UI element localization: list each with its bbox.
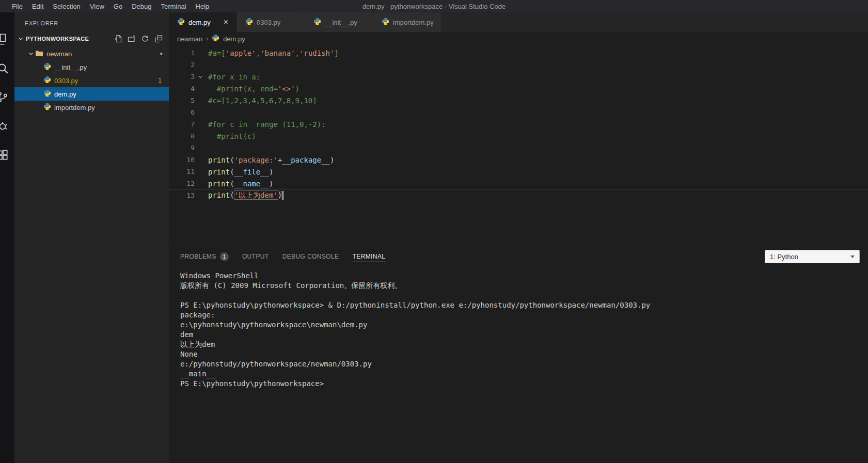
code-text: #print(c) — [206, 132, 256, 140]
tree-folder-newman[interactable]: newman● — [14, 47, 169, 60]
panel-tab-debug-console[interactable]: DEBUG CONSOLE — [282, 247, 339, 266]
tab-importdem-py[interactable]: importdem.py — [373, 12, 441, 32]
new-file-button[interactable] — [114, 35, 122, 43]
line-number: 10 — [169, 156, 195, 164]
tree-item-label: importdem.py — [54, 104, 95, 111]
code-line[interactable]: 9 — [169, 142, 868, 154]
python-file-icon — [245, 18, 253, 27]
panel-tab-problems[interactable]: PROBLEMS1 — [180, 247, 229, 266]
python-file-icon — [43, 62, 51, 72]
bottom-panel: PROBLEMS1OUTPUTDEBUG CONSOLETERMINAL1: P… — [169, 247, 868, 463]
title-bar: FileEditSelectionViewGoDebugTerminalHelp… — [0, 0, 868, 12]
extensions-icon[interactable] — [0, 140, 14, 169]
breadcrumb-item[interactable]: newman — [177, 35, 202, 43]
terminal-output-line: Windows PowerShell — [180, 272, 868, 281]
menu-selection[interactable]: Selection — [48, 3, 85, 10]
menu-terminal[interactable]: Terminal — [156, 3, 191, 10]
close-icon[interactable]: × — [223, 18, 229, 26]
code-line[interactable]: 6 — [169, 106, 868, 118]
terminal-selector-dropdown[interactable]: 1: Python — [765, 250, 860, 263]
explorer-sidebar: EXPLORER PYTHONWORKSPACE newman●__init__… — [14, 12, 169, 463]
code-text: #a=['apple','banana','rudish'] — [206, 49, 339, 57]
explorer-actions — [114, 35, 169, 43]
code-line[interactable]: 4 #print(x, end='<>') — [169, 83, 868, 94]
python-file-icon — [212, 34, 219, 43]
menu-debug[interactable]: Debug — [127, 3, 156, 10]
search-icon[interactable] — [0, 54, 14, 83]
menu-help[interactable]: Help — [191, 3, 214, 10]
code-line[interactable]: 13print('以上为dem') — [169, 189, 868, 201]
tab-label: 0303.py — [257, 19, 280, 26]
terminal-selector-value: 1: Python — [770, 253, 798, 261]
line-number: 5 — [169, 97, 195, 104]
code-editor[interactable]: 1#a=['apple','banana','rudish']23#for x … — [169, 45, 868, 247]
code-line[interactable]: 3#for x in a: — [169, 71, 868, 83]
line-number: 13 — [169, 191, 195, 199]
tab--init-py[interactable]: __init__.py — [305, 12, 373, 32]
tab-0303-py[interactable]: 0303.py — [237, 12, 305, 32]
collapse-folders-button[interactable] — [154, 35, 163, 43]
tab-dem-py[interactable]: dem.py× — [169, 12, 237, 32]
line-number: 1 — [169, 49, 195, 57]
code-line[interactable]: 2 — [169, 59, 868, 71]
modified-dot-badge: ● — [160, 51, 163, 56]
code-line[interactable]: 5#c=[1,2,3,4,5,6,7,8,9,10] — [169, 94, 868, 106]
fold-chevron-icon[interactable] — [195, 73, 206, 81]
terminal-output-line: None — [180, 350, 868, 360]
terminal-output-line: e:/pyhonstudy/pythonworkspace/newman/030… — [180, 360, 868, 370]
debug-icon[interactable] — [0, 111, 14, 140]
line-number: 7 — [169, 120, 195, 128]
workspace-name: PYTHONWORKSPACE — [26, 36, 89, 42]
terminal-output-line: __main__ — [180, 370, 868, 379]
panel-tab-terminal[interactable]: TERMINAL — [353, 247, 386, 266]
workspace-section-header[interactable]: PYTHONWORKSPACE — [14, 33, 169, 45]
terminal-output[interactable]: Windows PowerShell版权所有 (C) 2009 Microsof… — [169, 266, 868, 463]
explorer-icon[interactable] — [0, 25, 14, 54]
panel-tab-output[interactable]: OUTPUT — [242, 247, 269, 266]
tree-file-0303-py[interactable]: 0303.py1 — [14, 74, 169, 87]
code-text: #for x in a: — [206, 73, 260, 81]
code-text: print('以上为dem') — [206, 191, 283, 200]
tree-file-dem-py[interactable]: dem.py — [14, 87, 169, 101]
code-line[interactable]: 12print(__name__) — [169, 178, 868, 189]
menu-view[interactable]: View — [85, 3, 109, 10]
line-number: 11 — [169, 168, 195, 175]
vscode-window: FileEditSelectionViewGoDebugTerminalHelp… — [0, 0, 868, 463]
text-cursor — [282, 191, 283, 200]
panel-tab-label: DEBUG CONSOLE — [282, 251, 339, 262]
code-line[interactable]: 10print('package:'+__package__) — [169, 154, 868, 166]
code-text: #for c in range (11,0,-2): — [206, 120, 326, 129]
chevron-down-icon — [17, 35, 25, 43]
editor-tabs-bar: dem.py×0303.py__init__.pyimportdem.py — [169, 12, 868, 32]
panel-tab-label: PROBLEMS — [180, 251, 216, 262]
tree-file-importdem-py[interactable]: importdem.py — [14, 101, 169, 114]
breadcrumb-item[interactable]: dem.py — [223, 35, 245, 43]
code-line[interactable]: 11print(__file__) — [169, 166, 868, 178]
source-control-icon[interactable] — [0, 83, 14, 111]
tree-item-label: dem.py — [54, 90, 76, 98]
line-number: 8 — [169, 132, 195, 140]
menu-edit[interactable]: Edit — [27, 3, 48, 10]
panel-tab-label: TERMINAL — [353, 251, 386, 262]
code-text: print('package:'+__package__) — [206, 156, 334, 164]
new-folder-button[interactable] — [127, 35, 136, 43]
tree-file--init-py[interactable]: __init__.py — [14, 60, 169, 74]
menu-go[interactable]: Go — [109, 3, 127, 10]
line-number: 2 — [169, 61, 195, 69]
terminal-output-line: dem — [180, 330, 868, 340]
refresh-explorer-button[interactable] — [140, 35, 149, 43]
breadcrumb: newman›dem.py — [169, 32, 868, 45]
code-line[interactable]: 7#for c in range (11,0,-2): — [169, 118, 868, 130]
python-file-icon — [43, 103, 51, 112]
menu-file[interactable]: File — [7, 3, 27, 10]
activity-bar — [0, 12, 14, 463]
code-line[interactable]: 1#a=['apple','banana','rudish'] — [169, 47, 868, 59]
panel-tab-label: OUTPUT — [242, 251, 269, 262]
terminal-output-line — [180, 291, 868, 301]
line-number: 12 — [169, 180, 195, 187]
chevron-down-icon — [27, 50, 35, 58]
line-number: 6 — [169, 108, 195, 116]
code-line[interactable]: 8 #print(c) — [169, 130, 868, 142]
python-file-icon — [43, 76, 51, 85]
panel-tabs-bar: PROBLEMS1OUTPUTDEBUG CONSOLETERMINAL1: P… — [169, 247, 868, 266]
